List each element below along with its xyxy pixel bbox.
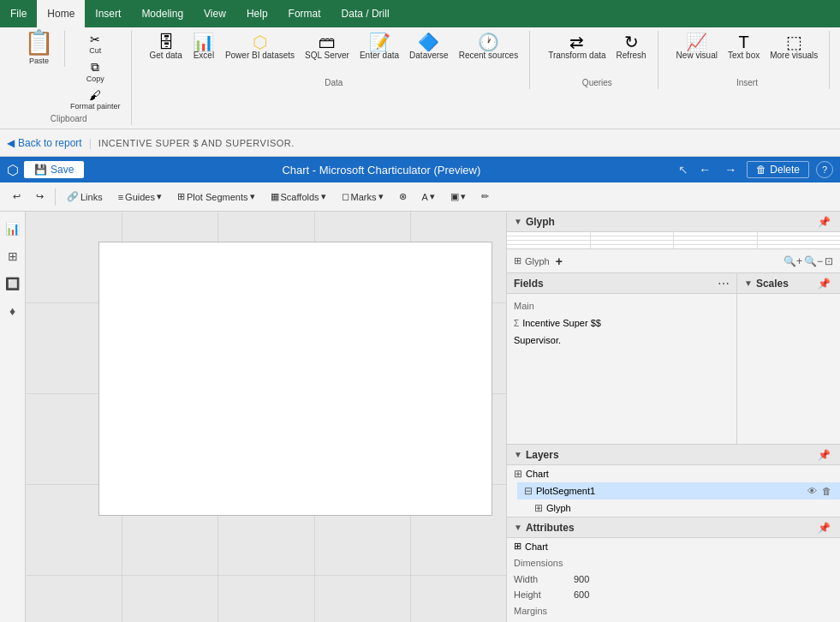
report-bar: ◀ Back to report | INCENTIVE SUPER $ AND…: [0, 129, 840, 157]
cursor-indicator: ↖: [678, 163, 688, 176]
dataverse-button[interactable]: 🔷 Dataverse: [405, 31, 453, 63]
field-item-incentive[interactable]: Σ Incentive Super $$: [507, 314, 736, 332]
layer-chart[interactable]: ⊞ Chart: [507, 465, 840, 482]
scales-pin-button[interactable]: 📌: [815, 277, 833, 290]
tab-data-drill[interactable]: Data / Drill: [331, 0, 400, 27]
more-visuals-button[interactable]: ⬚ More visuals: [766, 31, 822, 63]
attributes-pin-button[interactable]: 📌: [815, 521, 833, 535]
layers-panel: ▼ Layers 📌 ⊞ Chart ⊟ PlotSegment1 👁 🗑: [507, 445, 840, 517]
layers-pin-button[interactable]: 📌: [815, 448, 833, 462]
tab-help[interactable]: Help: [236, 0, 278, 27]
layers-collapse-arrow[interactable]: ▼: [514, 450, 522, 459]
glyph-zoom-in-button[interactable]: 🔍+: [783, 255, 802, 267]
glyph-pin-button[interactable]: 📌: [815, 215, 833, 229]
field-item-supervisor[interactable]: Supervisor.: [507, 332, 736, 349]
tab-modeling[interactable]: Modeling: [131, 0, 194, 27]
undo-button[interactable]: ↩: [7, 188, 27, 206]
scaffolds-button[interactable]: ▦ Scaffolds ▾: [265, 188, 332, 206]
copy-icon: ⧉: [91, 60, 99, 75]
glyph-cell-5: [507, 236, 590, 240]
fields-content: Main Σ Incentive Super $$ Supervisor.: [507, 294, 736, 352]
glyph-panel: ▼ Glyph 📌: [507, 212, 840, 273]
title-bar-left: ⬡ 💾 Save: [7, 161, 84, 178]
sidebar-icon-layers[interactable]: 🔲: [3, 273, 23, 294]
back-to-report-button[interactable]: ◀ Back to report: [7, 137, 82, 149]
tab-insert[interactable]: Insert: [85, 0, 131, 27]
data-group: 🗄 Get data 📊 Excel ⬡ Power BI datasets 🗃…: [139, 31, 531, 89]
text-box-button[interactable]: T Text box: [724, 31, 764, 63]
tab-view[interactable]: View: [194, 0, 236, 27]
more-visuals-icon: ⬚: [786, 33, 802, 51]
paste-button[interactable]: Paste: [29, 57, 49, 65]
copy-button[interactable]: ⧉ Copy: [67, 58, 124, 85]
layer-plot-segment[interactable]: ⊟ PlotSegment1 👁 🗑: [517, 482, 840, 499]
attributes-panel: ▼ Attributes 📌 ⊞ Chart Dimensions Width …: [507, 517, 840, 622]
enter-data-button[interactable]: 📝 Enter data: [355, 31, 403, 63]
help-button[interactable]: ?: [816, 161, 833, 178]
link-2-button[interactable]: ⊗: [393, 188, 413, 206]
chart-toolbar: ↩ ↪ 🔗 Links ≡ Guides ▾ ⊞ Plot Segments ▾…: [0, 182, 840, 212]
tab-format[interactable]: Format: [278, 0, 331, 27]
text-dropdown-icon: ▾: [430, 191, 435, 202]
marks-button[interactable]: ◻ Marks ▾: [336, 188, 390, 206]
toolbar-separator-1: [55, 188, 56, 206]
plot-segments-dropdown-icon: ▾: [250, 191, 255, 202]
layer-glyph-icon: ⊞: [534, 502, 543, 514]
height-label: Height: [514, 589, 574, 600]
plot-segments-button[interactable]: ⊞ Plot Segments ▾: [171, 188, 261, 206]
delete-button[interactable]: 🗑 Delete: [747, 161, 809, 178]
layer-visibility-button[interactable]: 👁: [806, 485, 819, 497]
glyph-zoom-fit-button[interactable]: ⊡: [825, 255, 833, 267]
cut-icon: ✂: [90, 33, 100, 46]
edit-button[interactable]: ✏: [475, 188, 495, 206]
glyph-collapse-arrow[interactable]: ▼: [514, 217, 522, 226]
refresh-button[interactable]: ↻ Refresh: [612, 31, 651, 63]
tab-home[interactable]: Home: [37, 0, 85, 27]
links-button[interactable]: 🔗 Links: [61, 188, 109, 206]
tab-file[interactable]: File: [0, 0, 37, 27]
main-layout: 📊 ⊞ 🔲 ♦ 🔍− 🔍 🔍+: [0, 212, 840, 622]
cut-button[interactable]: ✂ Cut: [67, 31, 124, 57]
width-value: 900: [574, 574, 589, 584]
scales-collapse-arrow[interactable]: ▼: [744, 278, 753, 288]
glyph-cell-11: [674, 241, 757, 244]
arrow-right-button[interactable]: →: [721, 161, 740, 178]
attributes-collapse-arrow[interactable]: ▼: [514, 523, 522, 532]
glyph-zoom-controls: 🔍+ 🔍− ⊡: [783, 255, 833, 267]
format-painter-icon: 🖌: [89, 88, 101, 102]
get-data-button[interactable]: 🗄 Get data: [146, 31, 187, 63]
glyph-add-button[interactable]: +: [553, 254, 565, 269]
sql-server-button[interactable]: 🗃 SQL Server: [301, 31, 354, 63]
layer-delete-button[interactable]: 🗑: [820, 485, 833, 497]
glyph-zoom-out-button[interactable]: 🔍−: [804, 255, 823, 267]
redo-button[interactable]: ↪: [30, 188, 50, 206]
scales-content: [737, 294, 840, 444]
guides-button[interactable]: ≡ Guides ▾: [112, 188, 168, 206]
format-painter-button[interactable]: 🖌 Format painter: [67, 87, 124, 112]
sidebar-icon-diamond[interactable]: ♦: [3, 301, 23, 321]
title-bar-right: ↖ ← → 🗑 Delete ?: [678, 161, 833, 178]
edit-icon: ✏: [481, 191, 489, 202]
sidebar-icon-grid[interactable]: ⊞: [3, 246, 23, 266]
fill-button[interactable]: ▣ ▾: [444, 188, 472, 206]
chart-canvas[interactable]: [98, 242, 492, 516]
sidebar-icon-chart[interactable]: 📊: [3, 218, 23, 239]
layer-plot-segment-icon: ⊟: [524, 485, 533, 497]
recent-sources-button[interactable]: 🕐 Recent sources: [455, 31, 522, 63]
arrow-left-button[interactable]: ←: [695, 161, 714, 178]
power-bi-button[interactable]: ⬡ Power BI datasets: [221, 31, 299, 63]
excel-button[interactable]: 📊 Excel: [188, 31, 219, 63]
paste-sub-buttons: Paste: [29, 57, 49, 65]
attributes-panel-header: ▼ Attributes 📌: [507, 517, 840, 538]
scaffolds-dropdown-icon: ▾: [321, 191, 326, 202]
layer-glyph[interactable]: ⊞ Glyph: [527, 499, 840, 517]
save-icon: 💾: [34, 164, 47, 176]
text-icon: A: [422, 192, 428, 202]
title-bar: ⬡ 💾 Save Chart - Microsoft Charticulator…: [0, 157, 840, 182]
fields-more-button[interactable]: ⋯: [718, 277, 730, 290]
new-visual-button[interactable]: 📈 New visual: [672, 31, 722, 63]
transform-data-button[interactable]: ⇄ Transform data: [544, 31, 610, 63]
text-button[interactable]: A ▾: [416, 188, 441, 206]
layers-panel-header: ▼ Layers 📌: [507, 445, 840, 465]
save-button[interactable]: 💾 Save: [24, 161, 84, 178]
